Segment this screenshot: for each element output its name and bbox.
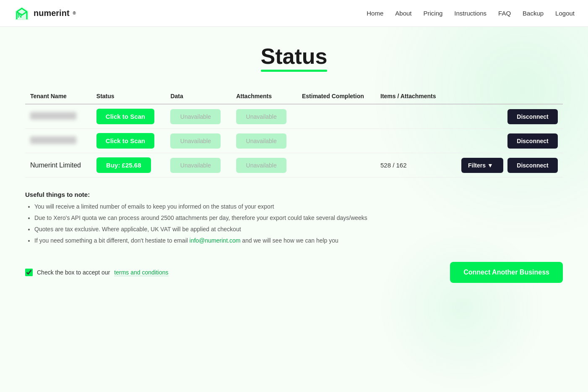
tenant-name-cell-1 xyxy=(25,104,91,129)
nav-links: Home About Pricing Instructions FAQ Back… xyxy=(367,10,575,17)
estimated-completion-cell-2 xyxy=(297,129,375,153)
attachments-unavailable-1: Unavailable xyxy=(236,109,286,124)
buy-button[interactable]: Buy: £25.68 xyxy=(96,157,151,173)
notes-list: You will receive a limited number of ema… xyxy=(25,202,563,245)
attachments-cell-1: Unavailable xyxy=(231,104,297,129)
status-table: Tenant Name Status Data Attachments Esti… xyxy=(25,89,563,178)
col-estimated-completion: Estimated Completion xyxy=(297,89,375,104)
logo-text: numerint xyxy=(34,8,70,18)
page-title-wrap: Status xyxy=(25,44,563,72)
data-cell-3: Unavailable xyxy=(165,153,231,178)
table-row: Click to Scan Unavailable Unavailable Di… xyxy=(25,129,563,153)
data-cell-2: Unavailable xyxy=(165,129,231,153)
table-row: Click to Scan Unavailable Unavailable Di… xyxy=(25,104,563,129)
email-link[interactable]: info@numerint.com xyxy=(190,237,241,244)
nav-about[interactable]: About xyxy=(395,10,411,17)
disconnect-button-2[interactable]: Disconnect xyxy=(507,133,558,149)
col-data: Data xyxy=(165,89,231,104)
navbar: N numerint® Home About Pricing Instructi… xyxy=(0,0,588,27)
footer-row: Check the box to accept our terms and co… xyxy=(25,262,563,283)
col-items-attachments: Items / Attachments xyxy=(375,89,447,104)
data-unavailable-2: Unavailable xyxy=(170,133,221,149)
svg-text:N: N xyxy=(18,12,22,19)
data-cell-1: Unavailable xyxy=(165,104,231,129)
tenant-name-cell-2 xyxy=(25,129,91,153)
note-item-4: If you need something a bit different, d… xyxy=(34,236,563,245)
terms-link[interactable]: terms and conditions xyxy=(114,269,168,276)
note-item-1: You will receive a limited number of ema… xyxy=(34,202,563,211)
connect-another-business-button[interactable]: Connect Another Business xyxy=(450,262,563,283)
nav-pricing[interactable]: Pricing xyxy=(423,10,442,17)
checkbox-label: Check the box to accept our xyxy=(37,269,110,276)
col-actions xyxy=(447,89,563,104)
disconnect-button-1[interactable]: Disconnect xyxy=(507,109,558,124)
estimated-completion-cell-1 xyxy=(297,104,375,129)
disconnect-button-3[interactable]: Disconnect xyxy=(507,158,558,173)
page-title: Status xyxy=(261,44,328,72)
nav-logout[interactable]: Logout xyxy=(555,10,575,17)
main-content: Status Tenant Name Status Data Attachmen… xyxy=(0,27,588,300)
col-status: Status xyxy=(91,89,166,104)
table-row: Numerint Limited Buy: £25.68 Unavailable… xyxy=(25,153,563,178)
attachments-unavailable-3: Unavailable xyxy=(236,158,286,173)
tenant-blurred-1 xyxy=(30,112,76,120)
nav-faq[interactable]: FAQ xyxy=(498,10,511,17)
nav-backup[interactable]: Backup xyxy=(523,10,544,17)
items-attachments-cell-1 xyxy=(375,104,447,129)
table-body: Click to Scan Unavailable Unavailable Di… xyxy=(25,104,563,178)
nav-home[interactable]: Home xyxy=(367,10,383,17)
col-tenant-name: Tenant Name xyxy=(25,89,91,104)
data-unavailable-1: Unavailable xyxy=(170,109,221,124)
tenant-name-cell-3: Numerint Limited xyxy=(25,153,91,178)
notes-section: Useful things to note: You will receive … xyxy=(25,191,563,245)
note-item-3: Quotes are tax exclusive. Where applicab… xyxy=(34,225,563,234)
status-cell-3: Buy: £25.68 xyxy=(91,153,166,178)
logo-icon: N xyxy=(13,5,30,22)
status-cell-1: Click to Scan xyxy=(91,104,166,129)
click-to-scan-button-2[interactable]: Click to Scan xyxy=(96,133,154,149)
actions-cell-2: Disconnect xyxy=(447,129,563,153)
actions-cell-1: Disconnect xyxy=(447,104,563,129)
col-attachments: Attachments xyxy=(231,89,297,104)
status-cell-2: Click to Scan xyxy=(91,129,166,153)
attachments-cell-3: Unavailable xyxy=(231,153,297,178)
items-attachments-cell-3: 528 / 162 xyxy=(375,153,447,178)
logo[interactable]: N numerint® xyxy=(13,5,76,22)
table-header: Tenant Name Status Data Attachments Esti… xyxy=(25,89,563,104)
attachments-cell-2: Unavailable xyxy=(231,129,297,153)
terms-wrap: Check the box to accept our terms and co… xyxy=(25,269,169,276)
estimated-completion-cell-3 xyxy=(297,153,375,178)
filters-button[interactable]: Filters ▼ xyxy=(461,158,503,173)
items-attachments-cell-2 xyxy=(375,129,447,153)
nav-instructions[interactable]: Instructions xyxy=(454,10,487,17)
click-to-scan-button-1[interactable]: Click to Scan xyxy=(96,109,154,124)
data-unavailable-3: Unavailable xyxy=(170,158,221,173)
notes-title: Useful things to note: xyxy=(25,191,563,198)
terms-checkbox[interactable] xyxy=(25,269,33,276)
attachments-unavailable-2: Unavailable xyxy=(236,133,286,149)
items-count: 528 / 162 xyxy=(380,162,407,169)
actions-cell-3: Filters ▼ Disconnect xyxy=(447,153,563,178)
note-item-2: Due to Xero's API quota we can process a… xyxy=(34,214,563,222)
tenant-blurred-2 xyxy=(30,136,76,144)
logo-sup: ® xyxy=(73,11,76,16)
